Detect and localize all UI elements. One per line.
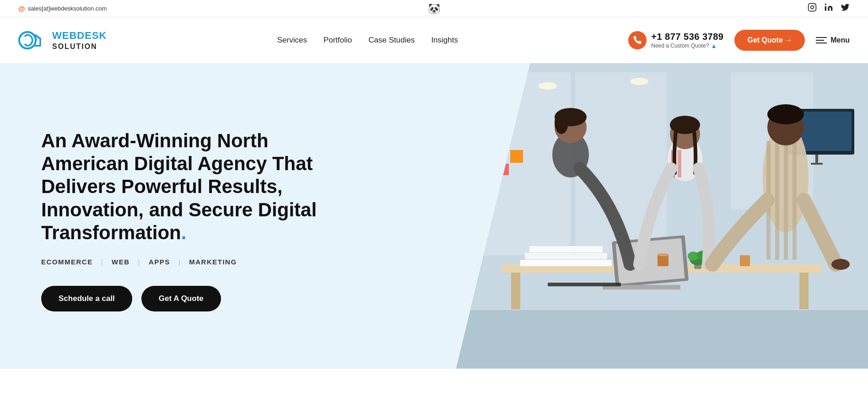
svg-rect-53 xyxy=(548,283,621,286)
hero-title-text: An Award-Winning North American Digital … xyxy=(41,130,317,244)
svg-point-1 xyxy=(811,6,814,9)
nav-case-studies[interactable]: Case Studies xyxy=(368,36,415,45)
main-nav: Services Portfolio Case Studies Insights xyxy=(277,36,458,45)
instagram-icon[interactable] xyxy=(808,3,817,14)
svg-rect-0 xyxy=(809,4,816,11)
svg-rect-50 xyxy=(520,260,612,266)
svg-rect-3 xyxy=(825,6,826,11)
svg-point-35 xyxy=(555,111,568,134)
nav-services[interactable]: Services xyxy=(277,36,307,45)
arrow-icon: ▲ xyxy=(711,42,717,49)
menu-label: Menu xyxy=(830,36,850,44)
separator-2: | xyxy=(138,258,140,266)
svg-rect-51 xyxy=(525,253,607,259)
svg-point-4 xyxy=(825,4,826,5)
nav-portfolio[interactable]: Portfolio xyxy=(323,36,352,45)
header: WEBDESK SOLUTION Services Portfolio Case… xyxy=(0,17,868,63)
svg-point-11 xyxy=(630,78,648,85)
panda-icon: 🐼 xyxy=(428,3,440,14)
social-links xyxy=(808,3,850,14)
svg-rect-54 xyxy=(456,310,868,369)
separator-3: | xyxy=(178,258,181,266)
at-icon: @ xyxy=(18,5,25,12)
svg-rect-52 xyxy=(529,246,603,252)
hero-title: An Award-Winning North American Digital … xyxy=(41,129,325,245)
menu-button[interactable]: Menu xyxy=(816,36,850,44)
svg-point-2 xyxy=(814,5,815,6)
logo[interactable]: WEBDESK SOLUTION xyxy=(18,26,107,55)
twitter-icon[interactable] xyxy=(841,3,850,14)
svg-rect-44 xyxy=(775,141,779,260)
svg-rect-17 xyxy=(511,273,520,309)
logo-icon xyxy=(18,26,48,55)
schedule-call-button[interactable]: Schedule a call xyxy=(41,286,132,311)
hero-section: An Award-Winning North American Digital … xyxy=(0,63,868,369)
tag-apps: APPS xyxy=(149,258,170,266)
hero-right xyxy=(456,63,868,369)
phone-block: +1 877 536 3789 Need a Custom Quote? ▲ xyxy=(628,31,723,49)
topbar-center: 🐼 xyxy=(428,3,440,15)
svg-point-10 xyxy=(539,82,557,90)
svg-rect-18 xyxy=(799,273,809,309)
top-bar: @ sales[at]webdesksolution.com 🐼 xyxy=(0,0,868,17)
svg-rect-23 xyxy=(510,150,523,163)
phone-info: +1 877 536 3789 Need a Custom Quote? ▲ xyxy=(651,32,723,49)
svg-rect-14 xyxy=(815,155,818,164)
logo-solution: SOLUTION xyxy=(52,42,107,51)
svg-rect-45 xyxy=(784,141,788,260)
hero-buttons: Schedule a call Get A Quote xyxy=(41,286,450,311)
svg-rect-27 xyxy=(740,255,750,266)
hero-image xyxy=(456,63,868,369)
hamburger-icon xyxy=(816,37,827,43)
email-bar: @ sales[at]webdesksolution.com xyxy=(18,5,107,12)
svg-rect-26 xyxy=(658,253,668,256)
phone-subtext: Need a Custom Quote? ▲ xyxy=(651,42,723,49)
tag-ecommerce: ECOMMERCE xyxy=(41,258,93,266)
tag-marketing: MARKETING xyxy=(189,258,237,266)
phone-icon xyxy=(628,31,647,49)
nav-insights[interactable]: Insights xyxy=(431,36,458,45)
logo-webdesk: WEBDESK xyxy=(52,30,107,42)
svg-rect-24 xyxy=(497,164,509,175)
hero-dot: . xyxy=(181,222,187,243)
phone-number: +1 877 536 3789 xyxy=(651,32,723,42)
svg-rect-39 xyxy=(678,150,681,177)
get-quote-hero-button[interactable]: Get A Quote xyxy=(141,286,221,311)
linkedin-icon[interactable] xyxy=(824,3,833,14)
logo-text: WEBDESK SOLUTION xyxy=(52,30,107,51)
svg-rect-46 xyxy=(793,141,797,260)
hero-tags: ECOMMERCE | WEB | APPS | MARKETING xyxy=(41,258,450,266)
tag-web: WEB xyxy=(112,258,130,266)
header-right: +1 877 536 3789 Need a Custom Quote? ▲ G… xyxy=(628,30,850,51)
svg-point-48 xyxy=(767,104,804,124)
hero-left: An Award-Winning North American Digital … xyxy=(0,63,477,369)
email-text: sales[at]webdesksolution.com xyxy=(28,5,107,12)
svg-rect-15 xyxy=(811,163,823,165)
svg-rect-22 xyxy=(493,145,507,159)
separator-1: | xyxy=(101,258,103,266)
get-quote-button[interactable]: Get Quote → xyxy=(734,30,805,51)
svg-point-49 xyxy=(831,259,850,270)
office-scene-svg xyxy=(456,63,868,369)
